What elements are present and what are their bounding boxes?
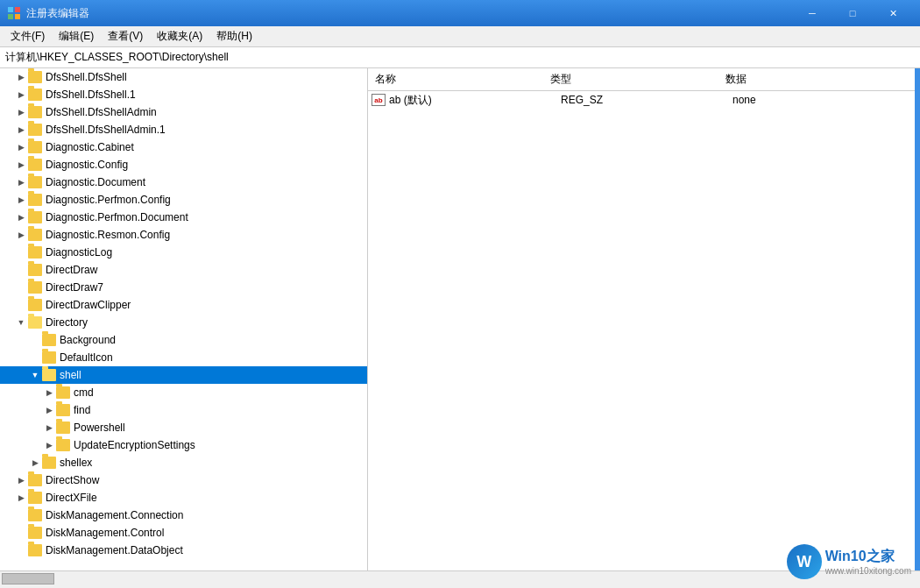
- tree-label: Directory: [46, 316, 88, 329]
- svg-rect-1: [15, 7, 20, 12]
- expand-icon[interactable]: ▶: [42, 401, 56, 419]
- right-accent-bar: [915, 68, 920, 570]
- tree-item-dfsshellAdmin1[interactable]: ▶ DfsShell.DfsShellAdmin.1: [0, 121, 367, 138]
- expand-icon[interactable]: ▶: [14, 191, 28, 209]
- tree-item-directDrawClipper[interactable]: ▶ DirectDrawClipper: [0, 296, 367, 314]
- expand-icon[interactable]: ▶: [42, 436, 56, 454]
- expand-icon[interactable]: ▶: [14, 121, 28, 138]
- expand-icon[interactable]: ▶: [14, 226, 28, 244]
- tree-label: DiskManagement.Control: [46, 527, 164, 539]
- right-content[interactable]: ab ab (默认) REG_SZ none: [368, 91, 920, 570]
- expand-icon[interactable]: ▶: [42, 419, 56, 436]
- expand-icon[interactable]: ▶: [14, 68, 28, 86]
- expand-icon[interactable]: ▶: [14, 138, 28, 156]
- folder-icon: [28, 106, 42, 118]
- expand-icon[interactable]: ▶: [42, 384, 56, 401]
- expand-icon[interactable]: ▶: [14, 489, 28, 507]
- cell-name: ab (默认): [389, 93, 561, 108]
- tree-item-directXFile[interactable]: ▶ DirectXFile: [0, 489, 367, 507]
- expand-icon[interactable]: ▶: [28, 454, 42, 471]
- folder-icon: [28, 492, 42, 504]
- expand-icon[interactable]: ▶: [14, 471, 28, 489]
- folder-icon: [28, 474, 42, 486]
- tree-item-directShow[interactable]: ▶ DirectShow: [0, 471, 367, 489]
- tree-label: DiagnosticLog: [46, 246, 112, 259]
- tree-label: DirectDraw: [46, 264, 97, 276]
- folder-icon: [42, 457, 56, 469]
- tree-item-diskMgmtConnection[interactable]: ▶ DiskManagement.Connection: [0, 507, 367, 524]
- minimize-button[interactable]: ─: [792, 0, 832, 26]
- expand-icon[interactable]: ▶: [14, 174, 28, 191]
- folder-icon: [28, 544, 42, 556]
- tree-item-diskMgmtDataObject[interactable]: ▶ DiskManagement.DataObject: [0, 542, 367, 559]
- h-scroll-thumb[interactable]: [2, 573, 54, 584]
- horizontal-scrollbar[interactable]: [0, 570, 920, 585]
- tree-item-diagPerfmonDoc[interactable]: ▶ Diagnostic.Perfmon.Document: [0, 209, 367, 226]
- tree-item-diagCabinet[interactable]: ▶ Diagnostic.Cabinet: [0, 138, 367, 156]
- folder-icon: [56, 386, 70, 399]
- tree-label: DfsShell.DfsShellAdmin: [46, 106, 157, 118]
- watermark-logo: W: [787, 544, 822, 579]
- tree-item-dfsshell1[interactable]: ▶ DfsShell.DfsShell.1: [0, 86, 367, 103]
- expand-icon[interactable]: ▼: [28, 366, 42, 384]
- svg-rect-2: [8, 14, 13, 19]
- tree-item-directDraw[interactable]: ▶ DirectDraw: [0, 261, 367, 279]
- tree-label: Background: [60, 334, 116, 346]
- folder-icon: [28, 141, 42, 153]
- menu-favorites[interactable]: 收藏夹(A): [150, 27, 209, 46]
- tree-item-shellex[interactable]: ▶ shellex: [0, 454, 367, 471]
- tree-item-diagPerfmon[interactable]: ▶ Diagnostic.Perfmon.Config: [0, 191, 367, 209]
- tree-label: DefaultIcon: [60, 351, 113, 364]
- svg-rect-3: [15, 14, 20, 19]
- tree-item-background[interactable]: ▶ Background: [0, 331, 367, 349]
- tree-item-diagLog[interactable]: ▶ DiagnosticLog: [0, 244, 367, 261]
- tree-label: Powershell: [74, 422, 125, 434]
- restore-button[interactable]: □: [832, 0, 873, 26]
- title-bar-icon: [7, 6, 21, 20]
- title-bar-buttons: ─ □ ✕: [792, 0, 913, 26]
- tree-label: Diagnostic.Cabinet: [46, 141, 134, 153]
- menu-help[interactable]: 帮助(H): [209, 27, 259, 46]
- tree-item-diagResmon[interactable]: ▶ Diagnostic.Resmon.Config: [0, 226, 367, 244]
- tree-item-directory[interactable]: ▼ Directory: [0, 314, 367, 331]
- folder-icon: [42, 351, 56, 364]
- registry-row[interactable]: ab ab (默认) REG_SZ none: [368, 91, 920, 109]
- tree-scroll[interactable]: ▶ DfsShell.DfsShell ▶ DfsShell.DfsShell.…: [0, 68, 367, 570]
- folder-icon-open: [42, 369, 56, 381]
- tree-label: Diagnostic.Perfmon.Config: [46, 194, 171, 206]
- tree-item-shell[interactable]: ▼ shell: [0, 366, 367, 384]
- expand-icon[interactable]: ▶: [14, 209, 28, 226]
- expand-icon[interactable]: ▶: [14, 103, 28, 121]
- tree-label: DirectDraw7: [46, 281, 103, 294]
- tree-item-powershell[interactable]: ▶ Powershell: [0, 419, 367, 436]
- tree-item-updateEncryption[interactable]: ▶ UpdateEncryptionSettings: [0, 436, 367, 454]
- folder-icon: [42, 334, 56, 346]
- tree-label: DfsShell.DfsShellAdmin.1: [46, 124, 166, 136]
- tree-label: Diagnostic.Document: [46, 176, 145, 188]
- expand-icon[interactable]: ▶: [14, 86, 28, 103]
- folder-icon: [56, 404, 70, 416]
- tree-label: find: [74, 404, 90, 416]
- tree-item-find[interactable]: ▶ find: [0, 401, 367, 419]
- expand-icon[interactable]: ▼: [14, 314, 28, 331]
- close-button[interactable]: ✕: [873, 0, 913, 26]
- tree-item-defaultIcon[interactable]: ▶ DefaultIcon: [0, 349, 367, 366]
- title-bar-title: 注册表编辑器: [26, 6, 792, 21]
- folder-icon: [28, 527, 42, 539]
- right-header: 名称 类型 数据: [368, 68, 920, 91]
- tree-item-directDraw7[interactable]: ▶ DirectDraw7: [0, 279, 367, 296]
- tree-label: UpdateEncryptionSettings: [74, 439, 195, 451]
- menu-file[interactable]: 文件(F): [4, 27, 52, 46]
- reg-value-icon: ab: [372, 94, 386, 106]
- menu-edit[interactable]: 编辑(E): [52, 27, 101, 46]
- menu-view[interactable]: 查看(V): [101, 27, 150, 46]
- expand-icon[interactable]: ▶: [14, 156, 28, 174]
- tree-item-diskMgmtControl[interactable]: ▶ DiskManagement.Control: [0, 524, 367, 542]
- tree-item-cmd[interactable]: ▶ cmd: [0, 384, 367, 401]
- col-header-data: 数据: [718, 70, 920, 89]
- tree-item-dfsshell[interactable]: ▶ DfsShell.DfsShell: [0, 68, 367, 86]
- tree-item-diagConfig[interactable]: ▶ Diagnostic.Config: [0, 156, 367, 174]
- tree-label: DiskManagement.Connection: [46, 509, 183, 521]
- tree-item-diagDocument[interactable]: ▶ Diagnostic.Document: [0, 174, 367, 191]
- tree-item-dfsshellAdmin[interactable]: ▶ DfsShell.DfsShellAdmin: [0, 103, 367, 121]
